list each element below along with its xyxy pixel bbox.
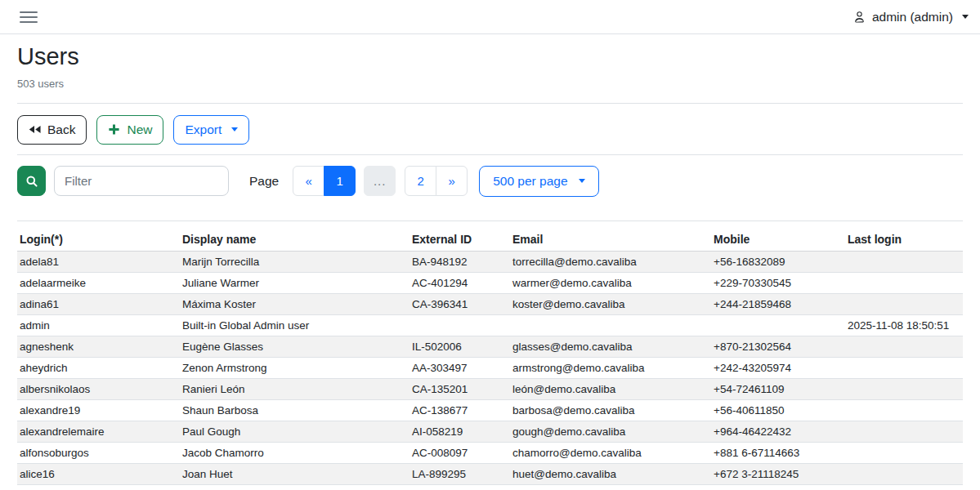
filter-bar: Page « 1 ... 2 » 500 per page [17,166,963,197]
table-row[interactable]: alfonsoburgosJacob ChamorroAC-008097cham… [17,442,963,463]
table-cell: alfonsoburgos [17,442,180,463]
user-count: 503 users [17,78,963,90]
search-button[interactable] [17,166,46,196]
table-cell: +964-46422432 [711,421,845,442]
table-cell [510,314,711,336]
table-cell [845,399,963,421]
main-content: Users 503 users Back New Export Page [0,42,980,485]
table-cell: +229-70330545 [711,272,845,293]
back-label: Back [47,122,75,137]
table-row[interactable]: alice16Joan HuetLA-899295huet@demo.caval… [17,463,963,484]
table-cell: AC-401294 [409,272,510,293]
table-row[interactable]: aheydrichZenon ArmstrongAA-303497armstro… [17,357,963,378]
table-cell: +56-40611850 [711,399,845,421]
user-label: admin (admin) [872,10,953,24]
column-header: Email [510,228,711,252]
table-row[interactable]: alexandre19Shaun BarbosaAC-138677barbosa… [17,399,963,421]
table-cell: glasses@demo.cavaliba [510,336,711,357]
table-cell [845,442,963,463]
table-cell [845,272,963,293]
plus-icon [108,123,120,136]
chevron-down-icon [231,127,238,131]
table-cell: Zenon Armstrong [180,357,409,378]
table-cell: +881 6-67114663 [711,442,845,463]
pagination-page-1[interactable]: 1 [324,166,356,196]
user-menu[interactable]: admin (admin) [852,10,969,24]
table-cell: IL-502006 [409,336,510,357]
table-row[interactable]: adminBuilt-in Global Admin user2025-11-0… [17,314,963,336]
person-icon [852,10,866,24]
table-cell: armstrong@demo.cavaliba [510,357,711,378]
table-cell: CA-396341 [409,293,510,314]
table-cell: huet@demo.cavaliba [510,463,711,484]
export-button[interactable]: Export [173,115,249,145]
column-header: Login(*) [17,228,180,252]
table-cell: +870-21302564 [711,336,845,357]
table-cell: LA-899295 [409,463,510,484]
chevron-down-icon [579,179,585,183]
table-cell: Ranieri León [180,378,409,399]
filter-input[interactable] [54,166,229,196]
table-cell: león@demo.cavaliba [510,378,711,399]
table-cell: AA-303497 [409,357,510,378]
table-cell [845,378,963,399]
per-page-label: 500 per page [493,174,567,189]
table-cell: AC-008097 [409,442,510,463]
table-cell: Máxima Koster [180,293,409,314]
table-cell: adela81 [17,251,180,272]
table-cell [711,314,845,336]
table-cell: alexandre19 [17,399,180,421]
table-header-row: Login(*)Display nameExternal IDEmailMobi… [17,228,963,252]
table-cell: +672 3-21118245 [711,463,845,484]
table-cell: gough@demo.cavaliba [510,421,711,442]
table-cell: BA-948192 [409,251,510,272]
table-cell: +244-21859468 [711,293,845,314]
table-cell [845,421,963,442]
table-cell: Built-in Global Admin user [180,314,409,336]
table-cell: AC-138677 [409,399,510,421]
new-button[interactable]: New [96,115,163,145]
topbar: admin (admin) [0,0,980,34]
table-cell: Jacob Chamorro [180,442,409,463]
pagination-ellipsis: ... [364,166,396,196]
table-cell: AI-058219 [409,421,510,442]
table-cell: +56-16832089 [711,251,845,272]
table-cell: Marijn Torrecilla [180,251,409,272]
table-cell [845,293,963,314]
table-row[interactable]: alexandrelemairePaul GoughAI-058219gough… [17,421,963,442]
table-cell: alexandrelemaire [17,421,180,442]
table-cell: agneshenk [17,336,180,357]
per-page-dropdown[interactable]: 500 per page [479,166,598,197]
table-cell: alice16 [17,463,180,484]
table-cell: barbosa@demo.cavaliba [510,399,711,421]
table-cell: Shaun Barbosa [180,399,409,421]
pagination: « 1 ... 2 » [293,166,468,196]
pagination-page-2[interactable]: 2 [405,166,436,196]
table-cell: 2025-11-08 18:50:51 [845,314,963,336]
table-cell [409,314,510,336]
table-row[interactable]: adelaarmeikeJuliane WarmerAC-401294warme… [17,272,963,293]
divider [17,154,963,155]
rewind-icon [29,123,41,136]
table-cell: Paul Gough [180,421,409,442]
table-cell: Eugène Glasses [180,336,409,357]
table-row[interactable]: adela81Marijn TorrecillaBA-948192torreci… [17,251,963,272]
chevron-down-icon [962,15,969,19]
menu-icon[interactable] [20,8,38,26]
divider [17,103,963,104]
table-cell: CA-135201 [409,378,510,399]
pagination-next[interactable]: » [436,166,468,196]
table-row[interactable]: adina61Máxima KosterCA-396341koster@demo… [17,293,963,314]
new-label: New [127,122,152,137]
search-icon [25,175,38,188]
table-cell: torrecilla@demo.cavaliba [510,251,711,272]
pagination-prev[interactable]: « [293,166,324,196]
table-cell: aheydrich [17,357,180,378]
table-row[interactable]: albersnikolaosRanieri LeónCA-135201león@… [17,378,963,399]
back-button[interactable]: Back [17,115,87,145]
table-cell: Juliane Warmer [180,272,409,293]
users-table: Login(*)Display nameExternal IDEmailMobi… [17,228,963,485]
table-row[interactable]: agneshenkEugène GlassesIL-502006glasses@… [17,336,963,357]
table-cell: warmer@demo.cavaliba [510,272,711,293]
user-table-body: adela81Marijn TorrecillaBA-948192torreci… [17,251,963,484]
